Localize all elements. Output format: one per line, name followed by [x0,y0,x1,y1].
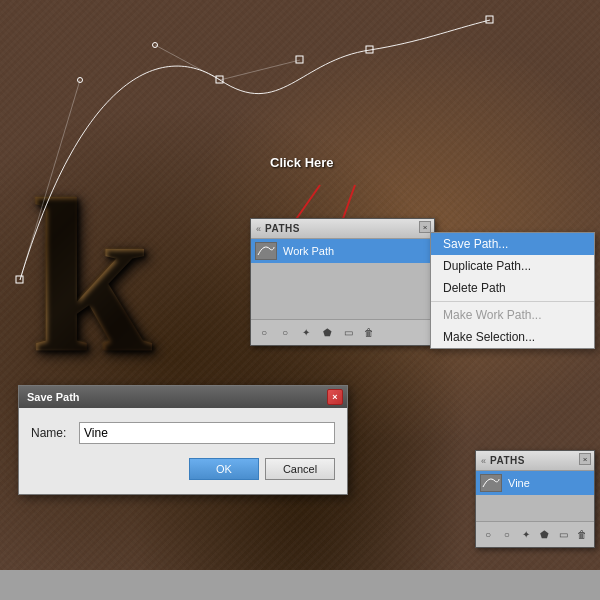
path-item-vine-label: Vine [508,477,530,489]
dialog-ok-btn[interactable]: OK [189,458,259,480]
paths-panel-title: PATHS [265,223,300,234]
dialog-titlebar: Save Path × [19,386,347,408]
paths-panel-header: « PATHS × [251,219,434,239]
paths-panel-main: « PATHS × Work Path ○ ○ ✦ ⬟ ▭ 🗑 [250,218,435,346]
context-menu-make-selection[interactable]: Make Selection... [431,326,594,348]
paths-panel-secondary: « PATHS × Vine ○ ○ ✦ ⬟ ▭ 🗑 [475,450,595,548]
path-thumbnail [255,242,277,260]
toolbar-mask-btn[interactable]: ✦ [297,324,315,342]
dialog-name-row: Name: [31,422,335,444]
paths-toolbar-2: ○ ○ ✦ ⬟ ▭ 🗑 [476,521,594,547]
toolbar-stroke-btn[interactable]: ○ [276,324,294,342]
dialog-close-btn[interactable]: × [327,389,343,405]
paths-toolbar: ○ ○ ✦ ⬟ ▭ 🗑 [251,319,434,345]
dialog-name-label: Name: [31,426,71,440]
dialog-title: Save Path [27,391,80,403]
context-menu-delete-path[interactable]: Delete Path [431,277,594,299]
toolbar-delete-btn[interactable]: 🗑 [360,324,378,342]
path-item-workpath[interactable]: Work Path [251,239,434,263]
context-menu-make-work-path: Make Work Path... [431,304,594,326]
panel-collapse-icon[interactable]: « [256,224,261,234]
toolbar2-delete-btn[interactable]: 🗑 [574,526,590,544]
panel2-close-btn[interactable]: × [579,453,591,465]
path-item-label: Work Path [283,245,334,257]
toolbar2-new-btn[interactable]: ▭ [555,526,571,544]
dialog-name-input[interactable] [79,422,335,444]
toolbar2-shape-btn[interactable]: ⬟ [536,526,552,544]
paths-panel2-header: « PATHS × [476,451,594,471]
toolbar-fill-btn[interactable]: ○ [255,324,273,342]
context-menu-save-path[interactable]: Save Path... [431,233,594,255]
dialog-cancel-btn[interactable]: Cancel [265,458,335,480]
toolbar-new-btn[interactable]: ▭ [339,324,357,342]
path-thumbnail-vine [480,474,502,492]
click-here-label: Click Here [270,155,334,170]
context-menu-duplicate-path[interactable]: Duplicate Path... [431,255,594,277]
dialog-body: Name: OK Cancel [19,408,347,494]
context-menu: Save Path... Duplicate Path... Delete Pa… [430,232,595,349]
paths-list: Work Path [251,239,434,319]
paths-list-2: Vine [476,471,594,521]
panel2-controls: × [579,453,591,465]
letter-k: k [30,150,152,403]
panel2-collapse-icon[interactable]: « [481,456,486,466]
save-path-dialog: Save Path × Name: OK Cancel [18,385,348,495]
context-menu-separator [431,301,594,302]
dialog-buttons: OK Cancel [31,458,335,480]
paths-panel2-title: PATHS [490,455,525,466]
toolbar2-mask-btn[interactable]: ✦ [518,526,534,544]
bottom-bar [0,570,600,600]
toolbar2-fill-btn[interactable]: ○ [480,526,496,544]
toolbar2-stroke-btn[interactable]: ○ [499,526,515,544]
path-item-vine[interactable]: Vine [476,471,594,495]
toolbar-shape-btn[interactable]: ⬟ [318,324,336,342]
